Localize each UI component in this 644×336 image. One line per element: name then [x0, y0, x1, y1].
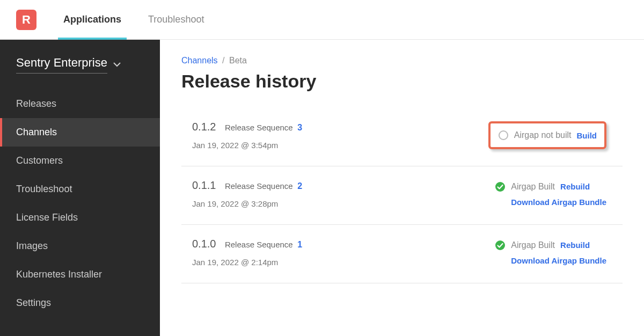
release-sequence-label: Release Sequence: [225, 123, 293, 132]
topbar: R Applications Troubleshoot: [0, 0, 644, 40]
airgap-status-text: Airgap not built: [514, 130, 572, 140]
sidebar-item-customers[interactable]: Customers: [0, 147, 160, 175]
download-airgap-link[interactable]: Download Airgap Bundle: [511, 256, 606, 265]
rebuild-button[interactable]: Rebuild: [560, 240, 590, 250]
page-title: Release history: [181, 71, 623, 92]
circle-empty-icon: [498, 130, 509, 141]
topnav-applications[interactable]: Applications: [63, 0, 121, 39]
check-circle-icon: [495, 240, 506, 251]
release-sequence-label: Release Sequence: [225, 240, 293, 249]
release-date: Jan 19, 2022 @ 3:54pm: [192, 141, 302, 150]
check-circle-icon: [495, 181, 506, 192]
download-airgap-link[interactable]: Download Airgap Bundle: [511, 198, 606, 207]
sidebar-item-releases[interactable]: Releases: [0, 90, 160, 118]
app-logo[interactable]: R: [16, 10, 36, 30]
airgap-highlight: Airgap not built Build: [488, 121, 606, 149]
sidebar-item-license-fields[interactable]: License Fields: [0, 203, 160, 232]
svg-point-2: [495, 240, 505, 250]
chevron-down-icon: [113, 61, 121, 69]
release-date: Jan 19, 2022 @ 2:14pm: [192, 258, 302, 267]
breadcrumb-current: Beta: [229, 56, 247, 65]
sidebar: Sentry Enterprise Releases Channels Cust…: [0, 40, 160, 336]
breadcrumb-root[interactable]: Channels: [181, 56, 218, 65]
release-row: 0.1.1 Release Sequence 2 Jan 19, 2022 @ …: [181, 166, 623, 225]
release-row: 0.1.0 Release Sequence 1 Jan 19, 2022 @ …: [181, 225, 623, 283]
project-name: Sentry Enterprise: [16, 56, 107, 74]
release-date: Jan 19, 2022 @ 3:28pm: [192, 199, 302, 208]
rebuild-button[interactable]: Rebuild: [560, 182, 590, 191]
release-version: 0.1.0: [192, 238, 216, 250]
release-sequence-number[interactable]: 2: [297, 181, 302, 191]
release-row: 0.1.2 Release Sequence 3 Jan 19, 2022 @ …: [181, 108, 623, 166]
release-version: 0.1.2: [192, 121, 216, 133]
topnav-troubleshoot[interactable]: Troubleshoot: [148, 0, 204, 39]
topnav: Applications Troubleshoot: [63, 0, 204, 39]
project-selector[interactable]: Sentry Enterprise: [0, 56, 160, 79]
sidebar-item-images[interactable]: Images: [0, 232, 160, 260]
airgap-status-text: Airgap Built: [511, 240, 555, 250]
release-sequence-number[interactable]: 3: [297, 123, 302, 132]
svg-point-1: [495, 182, 505, 192]
sidebar-item-channels[interactable]: Channels: [0, 118, 160, 147]
airgap-status-text: Airgap Built: [511, 182, 555, 192]
sidebar-item-kubernetes-installer[interactable]: Kubernetes Installer: [0, 260, 160, 289]
release-sequence-label: Release Sequence: [225, 181, 293, 191]
release-sequence-number[interactable]: 1: [297, 240, 302, 249]
release-version: 0.1.1: [192, 179, 216, 191]
svg-point-0: [499, 131, 508, 140]
breadcrumb-separator: /: [220, 56, 227, 65]
sidebar-item-settings[interactable]: Settings: [0, 289, 160, 317]
breadcrumb: Channels / Beta: [181, 56, 623, 65]
sidenav: Releases Channels Customers Troubleshoot…: [0, 90, 160, 317]
main-content: Channels / Beta Release history 0.1.2 Re…: [160, 40, 644, 336]
build-button[interactable]: Build: [577, 131, 597, 140]
sidebar-item-troubleshoot[interactable]: Troubleshoot: [0, 175, 160, 203]
